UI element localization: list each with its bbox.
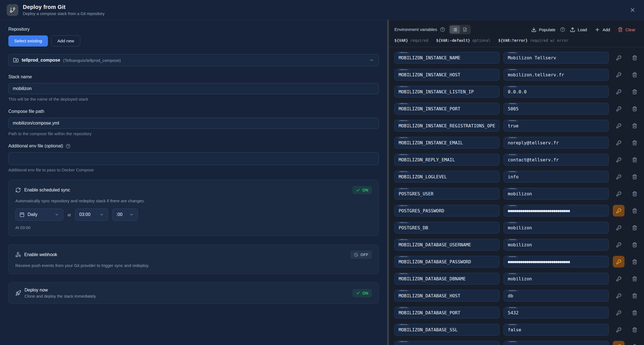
env-value-input[interactable]: Value ●●●●●●●●●●●●●●●●●●●●●●●●●●●●●● — [504, 205, 609, 217]
delete-row-trash-icon[interactable] — [629, 137, 640, 149]
populate-button[interactable]: Populate — [528, 25, 558, 35]
delete-row-trash-icon[interactable] — [629, 273, 640, 285]
env-value-input[interactable]: Value Mobilizon Tellserv — [504, 52, 609, 64]
env-name-input[interactable]: Name MOBILIZON_DATABASE_PORT — [394, 307, 499, 319]
env-value-input[interactable]: Value info — [504, 171, 609, 183]
env-var-row: Name MOBILIZON_INSTANCE_REGISTRATIONS_OP… — [394, 120, 640, 132]
delete-row-trash-icon[interactable] — [629, 52, 640, 64]
hour-select[interactable]: 03:00 — [75, 208, 108, 221]
env-name-input[interactable]: Name MOBILIZON_INSTANCE_SECRET_KEY_BASE — [394, 341, 499, 345]
env-name-input[interactable]: Name MOBILIZON_INSTANCE_HOST — [394, 69, 499, 81]
stack-name-input[interactable]: mobilizon — [8, 83, 379, 94]
secret-toggle-key-icon[interactable] — [613, 137, 625, 149]
env-name-input[interactable]: Name POSTGRES_DB — [394, 222, 499, 234]
delete-row-trash-icon[interactable] — [629, 86, 640, 98]
env-name-input[interactable]: Name MOBILIZON_INSTANCE_REGISTRATIONS_OP… — [394, 120, 499, 132]
secret-toggle-key-icon[interactable] — [613, 86, 625, 98]
repo-icon — [13, 57, 19, 63]
minute-select[interactable]: :00 — [112, 208, 138, 221]
add-new-button[interactable]: Add new — [51, 35, 80, 47]
delete-row-trash-icon[interactable] — [629, 103, 640, 115]
env-value-input[interactable]: Value contact@tellserv.fr — [504, 154, 609, 166]
name-field-label: Name — [397, 171, 409, 173]
delete-row-trash-icon[interactable] — [629, 341, 640, 345]
secret-toggle-key-icon[interactable] — [613, 188, 625, 200]
scheduled-sync-toggle[interactable]: ON — [352, 186, 372, 194]
env-value-input[interactable]: Value noreply@tellserv.fr — [504, 137, 609, 149]
env-name-input[interactable]: Name MOBILIZON_DATABASE_HOST — [394, 290, 499, 302]
delete-row-trash-icon[interactable] — [629, 69, 640, 81]
delete-row-trash-icon[interactable] — [629, 171, 640, 183]
env-value-input[interactable]: Value ●●●●●●●●●●●●●●●●●●●●●●●●●●●●●● — [504, 256, 609, 268]
delete-row-trash-icon[interactable] — [629, 205, 640, 217]
env-value-input[interactable]: Value 0.0.0.0 — [504, 86, 609, 98]
secret-toggle-key-icon[interactable] — [613, 273, 625, 285]
delete-row-trash-icon[interactable] — [629, 324, 640, 336]
env-name-input[interactable]: Name MOBILIZON_INSTANCE_EMAIL — [394, 137, 499, 149]
secret-toggle-key-icon[interactable] — [613, 103, 625, 115]
env-value-input[interactable]: Value true — [504, 120, 609, 132]
secret-toggle-key-icon[interactable] — [613, 120, 625, 132]
stack-name-label: Stack name — [8, 74, 379, 79]
delete-row-trash-icon[interactable] — [629, 120, 640, 132]
delete-row-trash-icon[interactable] — [629, 239, 640, 251]
delete-row-trash-icon[interactable] — [629, 222, 640, 234]
env-name-input[interactable]: Name MOBILIZON_LOGLEVEL — [394, 171, 499, 183]
env-name-input[interactable]: Name MOBILIZON_INSTANCE_PORT — [394, 103, 499, 115]
secret-toggle-key-icon[interactable] — [613, 69, 625, 81]
env-value-input[interactable]: Value mobilizon — [504, 239, 609, 251]
delete-row-trash-icon[interactable] — [629, 154, 640, 166]
env-name-input[interactable]: Name MOBILIZON_DATABASE_DBNAME — [394, 273, 499, 285]
file-view-icon[interactable] — [460, 26, 470, 33]
env-value-input[interactable]: Value 5005 — [504, 103, 609, 115]
add-button[interactable]: Add — [592, 25, 613, 35]
delete-row-trash-icon[interactable] — [629, 290, 640, 302]
delete-row-trash-icon[interactable] — [629, 256, 640, 268]
env-value-input[interactable]: Value mobilizon — [504, 273, 609, 285]
webhook-toggle[interactable]: OFF — [350, 251, 372, 259]
secret-toggle-key-icon[interactable] — [613, 171, 625, 183]
secret-toggle-key-icon[interactable] — [613, 205, 625, 217]
env-value-input[interactable]: Value 5432 — [504, 307, 609, 319]
env-var-row: Name MOBILIZON_INSTANCE_EMAIL Value nore… — [394, 137, 640, 149]
clear-button[interactable]: Clear — [615, 25, 638, 34]
schedule-summary: At 03:00 — [15, 225, 372, 230]
secret-toggle-key-icon[interactable] — [613, 256, 625, 268]
env-var-row: Name MOBILIZON_DATABASE_USERNAME Value m… — [394, 239, 640, 251]
close-icon[interactable] — [628, 5, 637, 15]
secret-toggle-key-icon[interactable] — [613, 222, 625, 234]
env-name-input[interactable]: Name MOBILIZON_INSTANCE_NAME — [394, 52, 499, 64]
env-name-input[interactable]: Name MOBILIZON_DATABASE_USERNAME — [394, 239, 499, 251]
secret-toggle-key-icon[interactable] — [613, 239, 625, 251]
frequency-select[interactable]: Daily — [15, 208, 63, 221]
secret-toggle-key-icon[interactable] — [613, 341, 625, 345]
env-value-input[interactable]: Value false — [504, 324, 609, 336]
env-value-input[interactable]: Value mobilizon.tellserv.fr — [504, 69, 609, 81]
env-file-input[interactable] — [8, 152, 379, 165]
git-branch-icon — [7, 4, 18, 16]
env-value-input[interactable]: Value mobilizon — [504, 222, 609, 234]
compose-path-input[interactable]: mobilizon/compose.yml — [8, 118, 379, 129]
repository-select[interactable]: tellprod_compose (Tellsanguis/tellprod_c… — [8, 54, 379, 66]
env-value-input[interactable]: Value ●●●●●●●●●●●●●●●●●●●●●●●●●●●●●●●●●●… — [504, 341, 609, 345]
secret-toggle-key-icon[interactable] — [613, 52, 625, 64]
env-value-input[interactable]: Value mobilizon — [504, 188, 609, 200]
env-name-input[interactable]: Name MOBILIZON_INSTANCE_LISTEN_IP — [394, 86, 499, 98]
env-name-input[interactable]: Name POSTGRES_PASSWORD — [394, 205, 499, 217]
load-button[interactable]: Load — [567, 25, 590, 35]
list-view-icon[interactable] — [450, 26, 460, 33]
select-existing-button[interactable]: Select existing — [8, 35, 48, 47]
env-name-input[interactable]: Name MOBILIZON_REPLY_EMAIL — [394, 154, 499, 166]
secret-toggle-key-icon[interactable] — [613, 307, 625, 319]
name-field-label: Name — [397, 188, 409, 190]
secret-toggle-key-icon[interactable] — [613, 154, 625, 166]
delete-row-trash-icon[interactable] — [629, 307, 640, 319]
secret-toggle-key-icon[interactable] — [613, 290, 625, 302]
delete-row-trash-icon[interactable] — [629, 188, 640, 200]
env-value-input[interactable]: Value db — [504, 290, 609, 302]
deploy-now-toggle[interactable]: ON — [352, 289, 372, 297]
secret-toggle-key-icon[interactable] — [613, 324, 625, 336]
env-name-input[interactable]: Name POSTGRES_USER — [394, 188, 499, 200]
env-name-input[interactable]: Name MOBILIZON_DATABASE_PASSWORD — [394, 256, 499, 268]
env-name-input[interactable]: Name MOBILIZON_DATABASE_SSL — [394, 324, 499, 336]
